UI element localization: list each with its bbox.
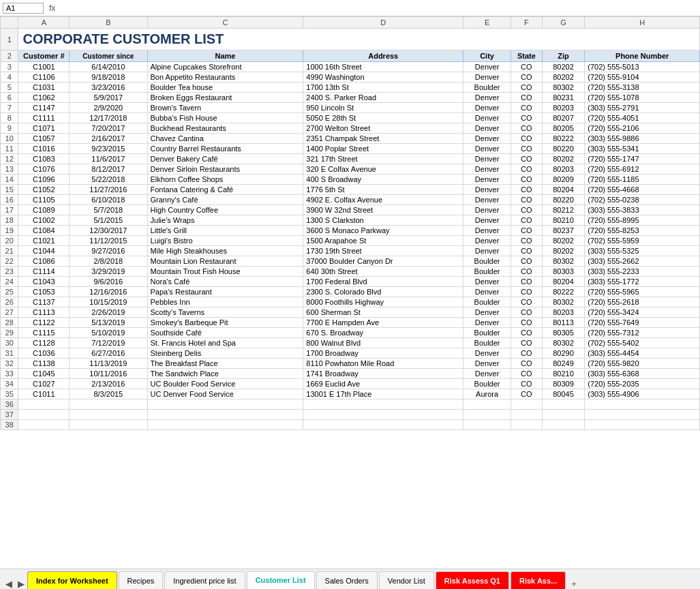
- cell-customer-since[interactable]: 10/11/2016: [70, 369, 147, 379]
- cell-customer-num[interactable]: C1111: [18, 113, 70, 123]
- cell-phone[interactable]: (720) 555-8253: [585, 226, 700, 236]
- cell-address[interactable]: 1500 Arapahoe St: [303, 236, 463, 246]
- cell-state[interactable]: CO: [511, 175, 542, 185]
- cell-zip[interactable]: 80231: [542, 93, 585, 103]
- cell-customer-num[interactable]: C1027: [18, 379, 70, 389]
- cell-state[interactable]: CO: [511, 287, 542, 297]
- cell-state[interactable]: CO: [511, 256, 542, 267]
- cell-phone[interactable]: (720) 555-9820: [585, 359, 700, 369]
- cell-phone[interactable]: (702) 555-0238: [585, 195, 700, 205]
- cell-phone[interactable]: (720) 555-1185: [585, 175, 700, 185]
- cell-address[interactable]: 1700 13th St: [303, 82, 463, 93]
- cell-state[interactable]: CO: [511, 369, 542, 379]
- cell-zip[interactable]: 80302: [542, 256, 585, 267]
- cell-phone[interactable]: (720) 555-9104: [585, 72, 700, 82]
- cell-address[interactable]: 670 S. Broadway: [303, 328, 463, 338]
- cell-state[interactable]: CO: [511, 389, 542, 399]
- cell-name[interactable]: Bubba's Fish House: [147, 113, 303, 123]
- cell-city[interactable]: Denver: [463, 113, 511, 123]
- cell-customer-num[interactable]: C1021: [18, 236, 70, 246]
- cell-customer-since[interactable]: 12/30/2017: [70, 226, 147, 236]
- cell-name[interactable]: Brown's Tavern: [147, 103, 303, 113]
- cell-zip[interactable]: 80203: [542, 164, 585, 175]
- cell-phone[interactable]: (720) 555-8995: [585, 215, 700, 226]
- tab-sales-orders[interactable]: Sales Orders: [316, 571, 378, 589]
- cell-customer-num[interactable]: C1045: [18, 369, 70, 379]
- cell-zip[interactable]: 80202: [542, 62, 585, 72]
- cell-address[interactable]: 7700 E Hampden Ave: [303, 318, 463, 328]
- cell-city[interactable]: Denver: [463, 307, 511, 318]
- cell-name[interactable]: Mountain Lion Restaurant: [147, 256, 303, 267]
- cell-zip[interactable]: 80220: [542, 195, 585, 205]
- cell-zip[interactable]: 80222: [542, 134, 585, 144]
- cell-state[interactable]: CO: [511, 82, 542, 93]
- cell-state[interactable]: CO: [511, 72, 542, 82]
- cell-zip[interactable]: 80209: [542, 175, 585, 185]
- cell-customer-since[interactable]: 5/9/2017: [70, 93, 147, 103]
- cell-customer-since[interactable]: 12/17/2018: [70, 113, 147, 123]
- cell-state[interactable]: CO: [511, 205, 542, 215]
- tab-nav-left[interactable]: ◀: [3, 579, 15, 589]
- cell-city[interactable]: Boulder: [463, 297, 511, 307]
- cell-city[interactable]: Denver: [463, 246, 511, 256]
- cell-city[interactable]: Denver: [463, 62, 511, 72]
- cell-customer-since[interactable]: 2/26/2019: [70, 307, 147, 318]
- cell-customer-since[interactable]: 6/10/2018: [70, 195, 147, 205]
- cell-name[interactable]: Papa's Restaurant: [147, 287, 303, 297]
- cell-phone[interactable]: (303) 555-3833: [585, 205, 700, 215]
- cell-name[interactable]: The Breakfast Place: [147, 359, 303, 369]
- cell-zip[interactable]: 80207: [542, 113, 585, 123]
- cell-customer-since[interactable]: 3/23/2016: [70, 82, 147, 93]
- cell-customer-num[interactable]: C1138: [18, 359, 70, 369]
- cell-phone[interactable]: (303) 555-2791: [585, 103, 700, 113]
- cell-address[interactable]: 1741 Broadway: [303, 369, 463, 379]
- cell-address[interactable]: 1700 Broadway: [303, 348, 463, 359]
- cell-zip[interactable]: 80204: [542, 277, 585, 287]
- cell-customer-since[interactable]: 9/27/2016: [70, 246, 147, 256]
- cell-city[interactable]: Boulder: [463, 328, 511, 338]
- cell-zip[interactable]: 80203: [542, 307, 585, 318]
- cell-state[interactable]: CO: [511, 62, 542, 72]
- cell-name[interactable]: The Sandwich Place: [147, 369, 303, 379]
- cell-city[interactable]: Aurora: [463, 389, 511, 399]
- tab-nav-right[interactable]: ▶: [15, 579, 27, 589]
- cell-name[interactable]: Boulder Tea house: [147, 82, 303, 93]
- cell-customer-num[interactable]: C1076: [18, 164, 70, 175]
- cell-customer-num[interactable]: C1031: [18, 82, 70, 93]
- cell-city[interactable]: Denver: [463, 195, 511, 205]
- cell-city[interactable]: Denver: [463, 134, 511, 144]
- cell-phone[interactable]: (702) 555-5013: [585, 62, 700, 72]
- cell-city[interactable]: Denver: [463, 154, 511, 164]
- cell-city[interactable]: Denver: [463, 185, 511, 195]
- cell-state[interactable]: CO: [511, 359, 542, 369]
- cell-name[interactable]: Southside Café: [147, 328, 303, 338]
- cell-customer-num[interactable]: C1128: [18, 338, 70, 348]
- cell-state[interactable]: CO: [511, 226, 542, 236]
- cell-customer-num[interactable]: C1057: [18, 134, 70, 144]
- cell-zip[interactable]: 80204: [542, 185, 585, 195]
- cell-phone[interactable]: (303) 555-6368: [585, 369, 700, 379]
- cell-name[interactable]: Little's Grill: [147, 226, 303, 236]
- cell-state[interactable]: CO: [511, 379, 542, 389]
- cell-phone[interactable]: (303) 555-2233: [585, 267, 700, 277]
- col-header-a[interactable]: A: [18, 17, 70, 29]
- cell-phone[interactable]: (720) 555-7649: [585, 318, 700, 328]
- cell-customer-num[interactable]: C1096: [18, 175, 70, 185]
- cell-address[interactable]: 13001 E 17th Place: [303, 389, 463, 399]
- cell-customer-num[interactable]: C1052: [18, 185, 70, 195]
- cell-state[interactable]: CO: [511, 318, 542, 328]
- cell-customer-since[interactable]: 8/12/2017: [70, 164, 147, 175]
- cell-customer-since[interactable]: 2/13/2016: [70, 379, 147, 389]
- cell-customer-since[interactable]: 7/20/2017: [70, 123, 147, 134]
- cell-zip[interactable]: 80113: [542, 318, 585, 328]
- cell-name[interactable]: Country Barrel Restaurants: [147, 144, 303, 154]
- cell-address[interactable]: 5050 E 28th St: [303, 113, 463, 123]
- cell-phone[interactable]: (720) 555-2106: [585, 123, 700, 134]
- cell-customer-num[interactable]: C1113: [18, 307, 70, 318]
- col-header-f[interactable]: F: [511, 17, 542, 29]
- cell-customer-num[interactable]: C1011: [18, 389, 70, 399]
- cell-customer-since[interactable]: 2/16/2017: [70, 134, 147, 144]
- cell-zip[interactable]: 80210: [542, 369, 585, 379]
- cell-customer-num[interactable]: C1086: [18, 256, 70, 267]
- col-header-d[interactable]: D: [303, 17, 463, 29]
